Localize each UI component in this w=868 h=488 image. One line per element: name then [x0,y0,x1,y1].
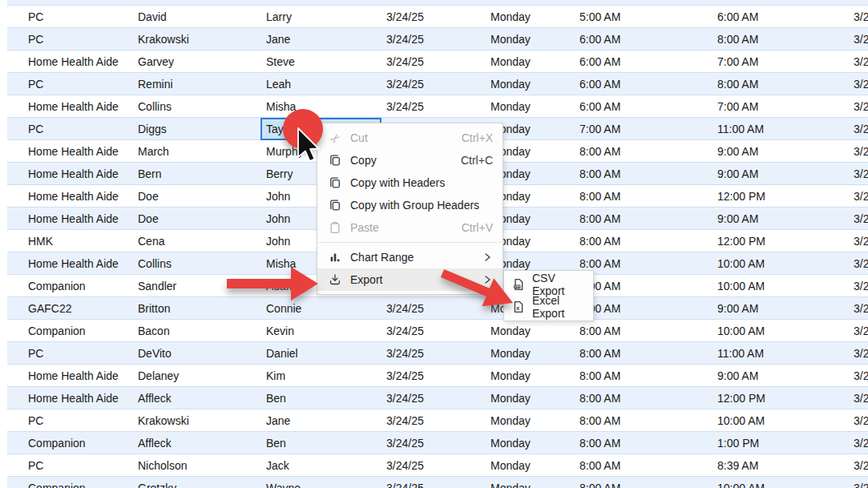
cell-service-type[interactable]: Companion [28,432,86,454]
table-row[interactable]: PC DeVito Daniel 3/24/25 Monday 8:00 AM … [0,342,868,365]
table-row[interactable]: PC Krakowski Jane 3/24/25 Monday 6:00 AM… [0,28,868,50]
table-row[interactable]: Companion Affleck Ben 3/24/25 Monday 8:0… [0,432,868,454]
cell-day[interactable]: Monday [491,320,531,342]
cell-end-time[interactable]: 9:00 AM [717,140,758,163]
cell-date[interactable]: 3/24/25 [386,432,424,454]
menu-item-copy-with-group-headers[interactable]: Copy with Group Headers [317,194,503,216]
cell-start-time[interactable]: 8:00 AM [579,208,620,230]
cell-last-name[interactable]: Doe [138,208,159,230]
cell-last-name[interactable]: Remini [138,73,173,95]
cell-first-name[interactable]: John [266,185,290,208]
cell-start-time[interactable]: 8:00 AM [579,409,620,432]
cell-service-type[interactable]: Home Health Aide [28,95,119,118]
cell-last-name[interactable]: Diggs [138,118,167,140]
cell-last-name[interactable]: Krakowski [138,409,189,432]
cell-service-type[interactable]: Companion [28,320,86,342]
cell-date-2[interactable]: 3/2 [854,185,868,208]
cell-date-2[interactable]: 3/2 [854,454,868,477]
cell-service-type[interactable]: Home Health Aide [28,208,119,230]
cell-first-name[interactable]: Murphy [266,140,304,163]
cell-first-name[interactable]: Leah [266,73,291,95]
cell-service-type[interactable]: PC [28,118,43,140]
cell-last-name[interactable]: March [138,140,169,163]
table-row[interactable]: PC Remini Leah 3/24/25 Monday 6:00 AM 8:… [0,73,868,95]
cell-last-name[interactable]: Collins [138,252,172,275]
cell-first-name[interactable]: Kim [266,365,285,387]
cell-day[interactable]: Monday [491,387,531,409]
cell-date-2[interactable]: 3/2 [854,365,868,387]
cell-day[interactable]: Monday [491,365,531,387]
cell-date-2[interactable]: 3/2 [854,50,868,73]
cell-service-type[interactable]: PC [28,409,43,432]
cell-end-time[interactable]: 8:39 AM [717,454,758,477]
cell-date[interactable]: 3/24/25 [386,454,424,477]
cell-start-time[interactable]: 8:00 AM [579,387,620,409]
cell-date-2[interactable]: 3/2 [854,409,868,432]
cell-last-name[interactable]: DeVito [138,342,172,365]
cell-end-time[interactable]: 10:00 AM [717,275,765,297]
cell-last-name[interactable]: Krakowski [138,28,189,50]
cell-start-time[interactable]: 8:00 AM [579,477,620,488]
table-row[interactable]: Home Health Aide Delaney Kim 3/24/25 Mon… [0,365,868,387]
cell-last-name[interactable]: Gretzky [138,477,176,488]
menu-item-copy-with-headers[interactable]: Copy with Headers [317,171,503,194]
cell-day[interactable]: Monday [491,73,531,95]
cell-last-name[interactable]: Garvey [138,50,174,73]
cell-first-name[interactable]: Jack [266,454,289,477]
cell-end-time[interactable]: 11:00 AM [717,118,764,140]
cell-end-time[interactable]: 7:00 AM [717,95,758,118]
cell-start-time[interactable]: 8:00 AM [579,320,620,342]
cell-first-name[interactable]: Connie [266,297,301,320]
cell-service-type[interactable]: PC [28,342,43,365]
table-row[interactable]: Home Health Aide Affleck Ben 3/24/25 Mon… [0,387,868,409]
cell-end-time[interactable]: 12:00 PM [717,387,765,409]
cell-start-time[interactable]: 8:00 AM [579,163,620,185]
cell-last-name[interactable]: Bacon [138,320,170,342]
cell-last-name[interactable]: Bern [138,163,162,185]
cell-start-time[interactable]: 8:00 AM [579,185,620,208]
table-row[interactable]: Companion Gretzky Wayne 3/24/25 Monday 8… [0,477,868,488]
menu-item-chart-range[interactable]: Chart Range [317,246,503,268]
cell-service-type[interactable]: Home Health Aide [28,163,119,185]
cell-first-name[interactable]: Adam [266,275,296,297]
cell-service-type[interactable]: PC [28,6,43,28]
cell-first-name[interactable]: Jane [266,28,290,50]
cell-start-time[interactable]: 5:00 AM [579,6,620,28]
cell-service-type[interactable]: Home Health Aide [28,140,119,163]
table-row[interactable]: PC David Larry 3/24/25 Monday 5:00 AM 6:… [0,6,868,28]
cell-date-2[interactable]: 3/2 [854,6,868,28]
cell-first-name[interactable]: Ben [266,432,286,454]
menu-item-copy[interactable]: Copy Ctrl+C [317,149,503,171]
cell-end-time[interactable]: 10:00 AM [717,252,765,275]
cell-start-time[interactable]: 8:00 AM [579,432,620,454]
cell-first-name[interactable]: John [266,230,290,252]
table-row[interactable]: Home Health Aide Garvey Steve 3/24/25 Mo… [0,50,868,73]
cell-end-time[interactable]: 9:00 AM [717,163,758,185]
cell-date-2[interactable]: 3/2 [854,387,868,409]
cell-start-time[interactable]: 8:00 AM [579,365,620,387]
cell-last-name[interactable]: Delaney [138,365,179,387]
cell-service-type[interactable]: Companion [28,477,86,488]
cell-start-time[interactable]: 8:00 AM [579,454,620,477]
cell-last-name[interactable]: Nicholson [138,454,187,477]
cell-date-2[interactable]: 3/2 [854,95,868,118]
cell-first-name[interactable]: Jane [266,409,290,432]
cell-start-time[interactable]: 6:00 AM [579,73,620,95]
cell-first-name[interactable]: Larry [266,6,292,28]
cell-end-time[interactable]: 10:00 AM [717,409,765,432]
cell-service-type[interactable]: PC [28,454,43,477]
cell-date-2[interactable]: 3/2 [854,140,868,163]
cell-day[interactable]: Monday [491,409,531,432]
cell-date[interactable]: 3/24/25 [386,6,424,28]
cell-start-time[interactable]: 8:00 AM [579,230,620,252]
cell-date-2[interactable]: 3/2 [854,432,868,454]
cell-last-name[interactable]: Affleck [138,387,172,409]
table-row[interactable]: GAFC22 Britton Connie 3/24/25 Monday 8:0… [0,297,868,320]
cell-start-time[interactable]: 7:00 AM [579,118,620,140]
cell-date-2[interactable]: 3/2 [854,320,868,342]
cell-end-time[interactable]: 9:00 AM [717,365,758,387]
cell-date[interactable]: 3/24/25 [386,320,424,342]
cell-service-type[interactable]: PC [28,28,43,50]
cell-end-time[interactable]: 10:00 AM [717,320,765,342]
table-row[interactable]: Companion Bacon Kevin 3/24/25 Monday 8:0… [0,320,868,342]
